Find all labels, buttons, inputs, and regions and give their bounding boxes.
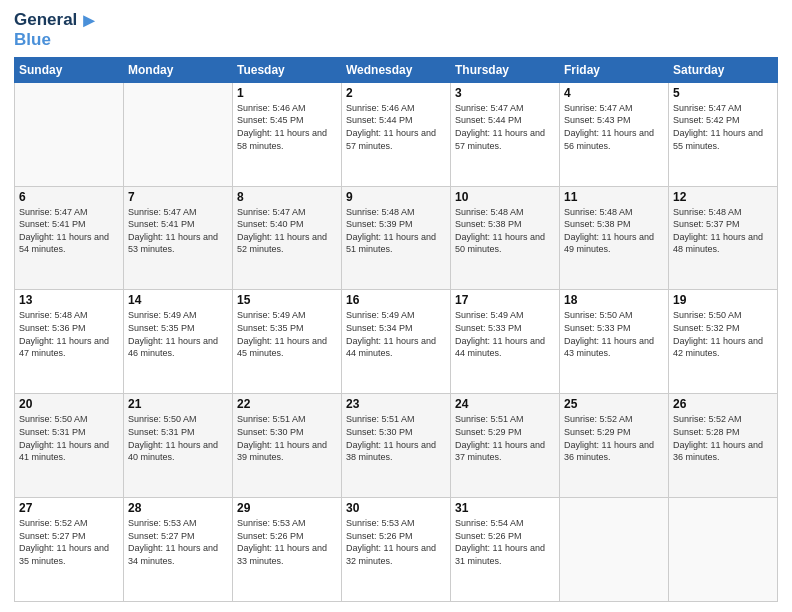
calendar-cell: 1Sunrise: 5:46 AM Sunset: 5:45 PM Daylig… bbox=[233, 82, 342, 186]
day-number: 13 bbox=[19, 293, 119, 307]
day-number: 15 bbox=[237, 293, 337, 307]
calendar-cell: 23Sunrise: 5:51 AM Sunset: 5:30 PM Dayli… bbox=[342, 394, 451, 498]
day-number: 7 bbox=[128, 190, 228, 204]
day-number: 8 bbox=[237, 190, 337, 204]
day-info: Sunrise: 5:48 AM Sunset: 5:36 PM Dayligh… bbox=[19, 309, 119, 359]
calendar-table: SundayMondayTuesdayWednesdayThursdayFrid… bbox=[14, 57, 778, 602]
calendar-cell: 25Sunrise: 5:52 AM Sunset: 5:29 PM Dayli… bbox=[560, 394, 669, 498]
calendar-week-row: 20Sunrise: 5:50 AM Sunset: 5:31 PM Dayli… bbox=[15, 394, 778, 498]
day-number: 28 bbox=[128, 501, 228, 515]
day-info: Sunrise: 5:48 AM Sunset: 5:38 PM Dayligh… bbox=[455, 206, 555, 256]
calendar-cell bbox=[669, 498, 778, 602]
day-info: Sunrise: 5:48 AM Sunset: 5:37 PM Dayligh… bbox=[673, 206, 773, 256]
day-number: 10 bbox=[455, 190, 555, 204]
day-number: 20 bbox=[19, 397, 119, 411]
day-number: 9 bbox=[346, 190, 446, 204]
day-info: Sunrise: 5:53 AM Sunset: 5:27 PM Dayligh… bbox=[128, 517, 228, 567]
day-info: Sunrise: 5:48 AM Sunset: 5:39 PM Dayligh… bbox=[346, 206, 446, 256]
calendar-cell: 18Sunrise: 5:50 AM Sunset: 5:33 PM Dayli… bbox=[560, 290, 669, 394]
calendar-cell: 2Sunrise: 5:46 AM Sunset: 5:44 PM Daylig… bbox=[342, 82, 451, 186]
day-number: 31 bbox=[455, 501, 555, 515]
calendar-cell: 10Sunrise: 5:48 AM Sunset: 5:38 PM Dayli… bbox=[451, 186, 560, 290]
day-info: Sunrise: 5:49 AM Sunset: 5:35 PM Dayligh… bbox=[237, 309, 337, 359]
calendar-cell: 12Sunrise: 5:48 AM Sunset: 5:37 PM Dayli… bbox=[669, 186, 778, 290]
day-number: 3 bbox=[455, 86, 555, 100]
day-info: Sunrise: 5:51 AM Sunset: 5:29 PM Dayligh… bbox=[455, 413, 555, 463]
calendar-cell: 15Sunrise: 5:49 AM Sunset: 5:35 PM Dayli… bbox=[233, 290, 342, 394]
calendar-cell: 26Sunrise: 5:52 AM Sunset: 5:28 PM Dayli… bbox=[669, 394, 778, 498]
day-info: Sunrise: 5:50 AM Sunset: 5:31 PM Dayligh… bbox=[128, 413, 228, 463]
calendar-cell: 22Sunrise: 5:51 AM Sunset: 5:30 PM Dayli… bbox=[233, 394, 342, 498]
day-number: 27 bbox=[19, 501, 119, 515]
day-info: Sunrise: 5:53 AM Sunset: 5:26 PM Dayligh… bbox=[346, 517, 446, 567]
calendar-cell: 16Sunrise: 5:49 AM Sunset: 5:34 PM Dayli… bbox=[342, 290, 451, 394]
day-info: Sunrise: 5:47 AM Sunset: 5:43 PM Dayligh… bbox=[564, 102, 664, 152]
logo-arrow-icon: ► bbox=[79, 10, 99, 30]
day-info: Sunrise: 5:46 AM Sunset: 5:45 PM Dayligh… bbox=[237, 102, 337, 152]
day-number: 29 bbox=[237, 501, 337, 515]
day-number: 16 bbox=[346, 293, 446, 307]
logo: General►Blue bbox=[14, 10, 99, 51]
weekday-header: Tuesday bbox=[233, 57, 342, 82]
calendar-cell: 4Sunrise: 5:47 AM Sunset: 5:43 PM Daylig… bbox=[560, 82, 669, 186]
calendar-cell: 6Sunrise: 5:47 AM Sunset: 5:41 PM Daylig… bbox=[15, 186, 124, 290]
day-number: 6 bbox=[19, 190, 119, 204]
day-number: 5 bbox=[673, 86, 773, 100]
calendar-cell: 5Sunrise: 5:47 AM Sunset: 5:42 PM Daylig… bbox=[669, 82, 778, 186]
day-info: Sunrise: 5:47 AM Sunset: 5:41 PM Dayligh… bbox=[19, 206, 119, 256]
day-number: 4 bbox=[564, 86, 664, 100]
weekday-header: Saturday bbox=[669, 57, 778, 82]
day-number: 1 bbox=[237, 86, 337, 100]
weekday-header: Friday bbox=[560, 57, 669, 82]
day-info: Sunrise: 5:49 AM Sunset: 5:33 PM Dayligh… bbox=[455, 309, 555, 359]
day-info: Sunrise: 5:51 AM Sunset: 5:30 PM Dayligh… bbox=[346, 413, 446, 463]
day-number: 11 bbox=[564, 190, 664, 204]
day-info: Sunrise: 5:52 AM Sunset: 5:29 PM Dayligh… bbox=[564, 413, 664, 463]
calendar-week-row: 6Sunrise: 5:47 AM Sunset: 5:41 PM Daylig… bbox=[15, 186, 778, 290]
day-info: Sunrise: 5:48 AM Sunset: 5:38 PM Dayligh… bbox=[564, 206, 664, 256]
weekday-header: Monday bbox=[124, 57, 233, 82]
calendar-week-row: 13Sunrise: 5:48 AM Sunset: 5:36 PM Dayli… bbox=[15, 290, 778, 394]
calendar-cell: 31Sunrise: 5:54 AM Sunset: 5:26 PM Dayli… bbox=[451, 498, 560, 602]
day-info: Sunrise: 5:52 AM Sunset: 5:28 PM Dayligh… bbox=[673, 413, 773, 463]
calendar-page: General►Blue SundayMondayTuesdayWednesda… bbox=[0, 0, 792, 612]
calendar-week-row: 27Sunrise: 5:52 AM Sunset: 5:27 PM Dayli… bbox=[15, 498, 778, 602]
calendar-cell: 29Sunrise: 5:53 AM Sunset: 5:26 PM Dayli… bbox=[233, 498, 342, 602]
day-number: 14 bbox=[128, 293, 228, 307]
day-number: 30 bbox=[346, 501, 446, 515]
day-info: Sunrise: 5:47 AM Sunset: 5:42 PM Dayligh… bbox=[673, 102, 773, 152]
calendar-cell: 14Sunrise: 5:49 AM Sunset: 5:35 PM Dayli… bbox=[124, 290, 233, 394]
day-number: 19 bbox=[673, 293, 773, 307]
calendar-cell bbox=[124, 82, 233, 186]
day-info: Sunrise: 5:53 AM Sunset: 5:26 PM Dayligh… bbox=[237, 517, 337, 567]
day-number: 24 bbox=[455, 397, 555, 411]
day-info: Sunrise: 5:46 AM Sunset: 5:44 PM Dayligh… bbox=[346, 102, 446, 152]
day-info: Sunrise: 5:50 AM Sunset: 5:32 PM Dayligh… bbox=[673, 309, 773, 359]
day-info: Sunrise: 5:47 AM Sunset: 5:41 PM Dayligh… bbox=[128, 206, 228, 256]
calendar-cell: 9Sunrise: 5:48 AM Sunset: 5:39 PM Daylig… bbox=[342, 186, 451, 290]
calendar-cell: 13Sunrise: 5:48 AM Sunset: 5:36 PM Dayli… bbox=[15, 290, 124, 394]
calendar-cell: 3Sunrise: 5:47 AM Sunset: 5:44 PM Daylig… bbox=[451, 82, 560, 186]
weekday-header: Sunday bbox=[15, 57, 124, 82]
calendar-cell: 24Sunrise: 5:51 AM Sunset: 5:29 PM Dayli… bbox=[451, 394, 560, 498]
weekday-header: Thursday bbox=[451, 57, 560, 82]
weekday-header: Wednesday bbox=[342, 57, 451, 82]
logo-general-text: General bbox=[14, 10, 77, 30]
calendar-cell: 11Sunrise: 5:48 AM Sunset: 5:38 PM Dayli… bbox=[560, 186, 669, 290]
calendar-header-row: SundayMondayTuesdayWednesdayThursdayFrid… bbox=[15, 57, 778, 82]
header: General►Blue bbox=[14, 10, 778, 51]
day-info: Sunrise: 5:50 AM Sunset: 5:31 PM Dayligh… bbox=[19, 413, 119, 463]
day-number: 22 bbox=[237, 397, 337, 411]
calendar-cell: 27Sunrise: 5:52 AM Sunset: 5:27 PM Dayli… bbox=[15, 498, 124, 602]
day-number: 25 bbox=[564, 397, 664, 411]
calendar-cell: 17Sunrise: 5:49 AM Sunset: 5:33 PM Dayli… bbox=[451, 290, 560, 394]
day-number: 18 bbox=[564, 293, 664, 307]
day-info: Sunrise: 5:50 AM Sunset: 5:33 PM Dayligh… bbox=[564, 309, 664, 359]
calendar-cell bbox=[15, 82, 124, 186]
day-number: 21 bbox=[128, 397, 228, 411]
day-number: 26 bbox=[673, 397, 773, 411]
calendar-cell: 21Sunrise: 5:50 AM Sunset: 5:31 PM Dayli… bbox=[124, 394, 233, 498]
calendar-cell: 19Sunrise: 5:50 AM Sunset: 5:32 PM Dayli… bbox=[669, 290, 778, 394]
day-number: 17 bbox=[455, 293, 555, 307]
day-number: 12 bbox=[673, 190, 773, 204]
